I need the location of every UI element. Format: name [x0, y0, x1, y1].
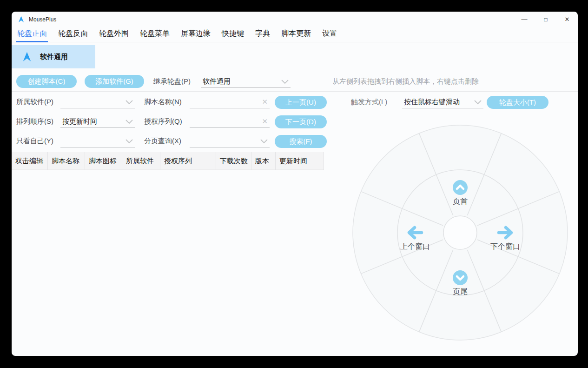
- prev-page-button[interactable]: 上一页(U): [275, 96, 327, 109]
- wheel-sector-bottom[interactable]: 页尾: [443, 270, 477, 297]
- trigger-mode-label: 触发方式(L): [351, 98, 387, 107]
- sort-order-value: 按更新时间: [62, 117, 97, 126]
- chevron-down-icon: [474, 100, 482, 105]
- next-page-button[interactable]: 下一页(D): [275, 115, 327, 128]
- only-mine-dropdown[interactable]: [60, 135, 135, 147]
- wheel-preview[interactable]: 页首 上个窗口 下个窗口 页尾: [349, 121, 572, 344]
- col-script-icon[interactable]: 脚本图标: [85, 152, 122, 170]
- wheel-graphic: [349, 121, 572, 344]
- selected-wheel-card[interactable]: 软件通用: [12, 45, 95, 68]
- clear-icon[interactable]: ✕: [262, 117, 268, 126]
- minimize-button[interactable]: —: [514, 12, 535, 27]
- sort-order-dropdown[interactable]: 按更新时间: [60, 116, 135, 128]
- add-software-button[interactable]: 添加软件(G): [85, 75, 144, 88]
- maximize-button[interactable]: □: [535, 12, 556, 27]
- tab-dictionary[interactable]: 字典: [254, 29, 271, 42]
- page-query-label: 分页查询(X): [144, 137, 181, 146]
- col-license-serial[interactable]: 授权序列: [160, 152, 216, 170]
- chevron-down-icon: [126, 139, 133, 144]
- create-script-button[interactable]: 创建脚本(C): [16, 75, 77, 88]
- inherit-wheel-dropdown[interactable]: 软件通用: [201, 76, 291, 88]
- wheel-label-left: 上个窗口: [400, 242, 430, 252]
- app-window: MousePlus — □ ✕ 轮盘正面 轮盘反面 轮盘外围 轮盘菜单 屏幕边缘…: [12, 12, 578, 356]
- arrow-right-icon: [496, 225, 515, 240]
- tab-bar: 轮盘正面 轮盘反面 轮盘外围 轮盘菜单 屏幕边缘 快捷键 字典 脚本更新 设置: [12, 27, 578, 42]
- filter-row-2: 排列顺序(S) 按更新时间 授权序列(Q) ✕ 下一页(D): [12, 115, 346, 130]
- toolbar: 创建脚本(C) 添加软件(G) 继承轮盘(P) 软件通用 从左侧列表拖拽到右侧插…: [12, 74, 578, 90]
- filter-row-1: 所属软件(P) 脚本名称(N) ✕ 上一页(U): [12, 95, 346, 110]
- chevron-down-icon: [260, 139, 268, 144]
- owner-software-dropdown[interactable]: [60, 96, 135, 108]
- sort-order-label: 排列顺序(S): [16, 117, 53, 126]
- drag-hint-text: 从左侧列表拖拽到右侧插入脚本，右键点击删除: [332, 77, 479, 86]
- col-owner-software[interactable]: 所属软件: [122, 152, 160, 170]
- tab-hotkeys[interactable]: 快捷键: [221, 29, 245, 42]
- filter-row-3: 只看自己(Y) 分页查询(X) 搜索(F): [12, 134, 346, 149]
- tab-wheel-menu[interactable]: 轮盘菜单: [139, 29, 171, 42]
- script-table-header: 双击编辑 脚本名称 脚本图标 所属软件 授权序列 下载次数 版本 更新时间: [12, 152, 324, 170]
- col-download-count[interactable]: 下载次数: [216, 152, 251, 170]
- tab-wheel-front[interactable]: 轮盘正面: [16, 29, 48, 42]
- license-serial-input[interactable]: [192, 116, 258, 127]
- wheel-label-right: 下个窗口: [490, 242, 520, 252]
- titlebar: MousePlus — □ ✕: [12, 12, 578, 27]
- wheel-sector-right[interactable]: 下个窗口: [487, 225, 524, 252]
- tab-settings[interactable]: 设置: [321, 29, 338, 42]
- owner-software-label: 所属软件(P): [16, 98, 53, 107]
- clear-icon[interactable]: ✕: [262, 98, 268, 106]
- tab-wheel-back[interactable]: 轮盘反面: [57, 29, 89, 42]
- wheel-size-button[interactable]: 轮盘大小(T): [487, 96, 548, 109]
- app-logo-icon: [18, 16, 25, 23]
- chevron-down-icon: [126, 100, 133, 105]
- divider: [12, 91, 578, 92]
- page-query-dropdown[interactable]: [190, 135, 270, 147]
- only-mine-label: 只看自己(Y): [16, 137, 53, 146]
- col-double-click-edit[interactable]: 双击编辑: [12, 152, 48, 170]
- license-serial-field: ✕: [190, 116, 270, 128]
- tab-screen-edge[interactable]: 屏幕边缘: [180, 29, 211, 42]
- chevron-down-icon: [126, 120, 133, 124]
- selected-wheel-label: 软件通用: [40, 53, 68, 61]
- license-serial-label: 授权序列(Q): [144, 117, 182, 126]
- app-title: MousePlus: [29, 16, 56, 23]
- search-button[interactable]: 搜索(F): [275, 135, 327, 148]
- chevron-down-circle-icon: [453, 270, 468, 285]
- script-name-input[interactable]: [192, 96, 258, 107]
- wheel-label-bottom: 页尾: [453, 287, 468, 297]
- close-button[interactable]: ✕: [556, 12, 578, 27]
- inherit-wheel-label: 继承轮盘(P): [153, 77, 191, 86]
- tab-script-update[interactable]: 脚本更新: [280, 29, 312, 42]
- script-name-field: ✕: [190, 96, 270, 108]
- col-script-name[interactable]: 脚本名称: [48, 152, 85, 170]
- tab-wheel-outer[interactable]: 轮盘外围: [98, 29, 130, 42]
- wheel-label-top: 页首: [453, 197, 468, 207]
- arrow-left-icon: [406, 225, 424, 240]
- chevron-up-circle-icon: [453, 180, 468, 195]
- window-controls: — □ ✕: [514, 12, 578, 27]
- trigger-mode-value: 按住鼠标右键滑动: [404, 98, 460, 107]
- inherit-wheel-value: 软件通用: [203, 77, 231, 86]
- col-update-time[interactable]: 更新时间: [276, 152, 324, 170]
- wheel-sector-top[interactable]: 页首: [443, 180, 477, 207]
- script-name-label: 脚本名称(N): [144, 98, 182, 107]
- cursor-triangle-icon: [22, 52, 32, 62]
- chevron-down-icon: [281, 80, 289, 84]
- col-version[interactable]: 版本: [251, 152, 276, 170]
- wheel-sector-left[interactable]: 上个窗口: [396, 225, 434, 252]
- trigger-mode-dropdown[interactable]: 按住鼠标右键滑动: [402, 96, 483, 108]
